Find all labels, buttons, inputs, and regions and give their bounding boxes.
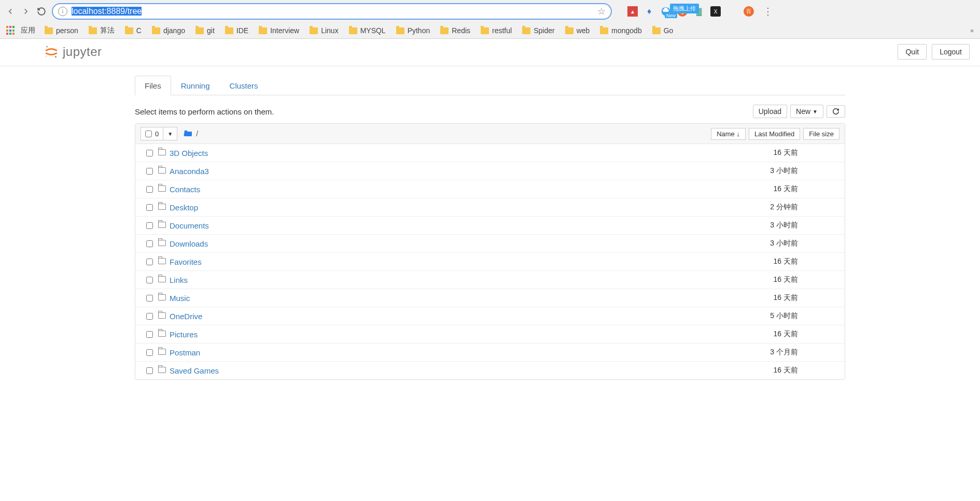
bookmark-folder[interactable]: 算法	[89, 26, 115, 35]
bookmark-folder[interactable]: mongodb	[600, 26, 641, 35]
refresh-icon	[832, 108, 839, 115]
row-checkbox[interactable]	[146, 259, 153, 265]
file-row: Downloads3 小时前	[135, 235, 845, 253]
bookmarks-overflow[interactable]: »	[970, 27, 974, 34]
row-checkbox[interactable]	[146, 313, 153, 320]
bookmark-folder[interactable]: Redis	[440, 26, 470, 35]
extension-icon-baidu-cloud[interactable]: 拖拽上传 New	[661, 6, 671, 17]
selected-count: 0	[155, 130, 159, 138]
reload-button[interactable]	[36, 6, 47, 17]
new-button[interactable]: New▼	[790, 105, 823, 118]
folder-link[interactable]: Anaconda3	[170, 167, 209, 176]
folder-icon	[152, 27, 160, 34]
quit-button[interactable]: Quit	[898, 44, 927, 60]
extension-icon-5[interactable]: X	[710, 6, 721, 17]
row-checkbox[interactable]	[146, 186, 153, 193]
bookmark-folder[interactable]: person	[45, 26, 78, 35]
folder-icon	[158, 330, 170, 338]
bookmark-folder[interactable]: web	[565, 26, 590, 35]
sort-modified-button[interactable]: Last Modified	[749, 128, 800, 140]
bookmark-label: django	[163, 26, 185, 35]
folder-link[interactable]: Links	[170, 276, 188, 284]
row-modified: 3 小时前	[705, 239, 798, 248]
row-checkbox[interactable]	[146, 331, 153, 338]
folder-link[interactable]: Saved Games	[170, 366, 219, 375]
sort-size-button[interactable]: File size	[803, 128, 839, 140]
bookmark-folder[interactable]: restful	[481, 26, 512, 35]
folder-link[interactable]: Favorites	[170, 257, 202, 266]
folder-link[interactable]: 3D Objects	[170, 149, 208, 158]
tab-running[interactable]: Running	[171, 76, 220, 95]
bookmark-folder[interactable]: django	[152, 26, 185, 35]
browser-menu-button[interactable]: ⋮	[763, 6, 773, 17]
row-checkbox[interactable]	[146, 367, 153, 374]
row-checkbox[interactable]	[146, 295, 153, 302]
row-checkbox[interactable]	[146, 240, 153, 247]
bookmark-folder[interactable]: IDE	[225, 26, 248, 35]
tabs: Files Running Clusters	[135, 76, 845, 95]
tab-clusters[interactable]: Clusters	[220, 76, 268, 95]
forward-button[interactable]	[21, 6, 31, 17]
row-checkbox[interactable]	[146, 277, 153, 283]
bookmark-folder[interactable]: Python	[396, 26, 430, 35]
breadcrumb-root[interactable]: /	[196, 130, 198, 138]
folder-icon	[158, 276, 170, 284]
bookmark-star-icon[interactable]: ☆	[597, 6, 606, 17]
folder-link[interactable]: Downloads	[170, 239, 208, 248]
arrow-down-icon: ↓	[736, 130, 740, 138]
folder-link[interactable]: Pictures	[170, 330, 198, 339]
site-info-icon[interactable]: i	[58, 7, 67, 16]
file-list-header: 0 ▼ / Name ↓ Last Modified File size	[135, 124, 845, 144]
folder-link[interactable]: Postman	[170, 348, 200, 357]
row-checkbox[interactable]	[146, 222, 153, 229]
tab-files[interactable]: Files	[135, 76, 171, 95]
upload-button[interactable]: Upload	[753, 105, 787, 118]
extension-icon-1[interactable]: ▲	[627, 6, 638, 17]
address-bar[interactable]: i localhost:8889/tree ☆	[52, 3, 612, 20]
file-row: 3D Objects16 天前	[135, 144, 845, 162]
bookmark-label: Spider	[534, 26, 554, 35]
extension-icon-6[interactable]	[727, 6, 737, 17]
folder-icon	[652, 27, 661, 34]
folder-link[interactable]: Contacts	[170, 185, 200, 194]
bookmark-folder[interactable]: Go	[652, 26, 674, 35]
bookmark-folder[interactable]: Linux	[310, 26, 338, 35]
bookmark-folder[interactable]: Interview	[259, 26, 299, 35]
file-row: Pictures16 天前	[135, 325, 845, 343]
refresh-button[interactable]	[827, 105, 845, 118]
row-name: 3D Objects	[170, 149, 705, 158]
apps-button[interactable]: 应用	[6, 26, 35, 35]
toolbar-row: Select items to perform actions on them.…	[135, 105, 845, 118]
back-button[interactable]	[5, 6, 16, 17]
logout-button[interactable]: Logout	[932, 44, 970, 60]
bookmark-folder[interactable]: C	[125, 26, 142, 35]
bookmark-label: person	[56, 26, 78, 35]
extension-icon-baidu[interactable]: 百	[744, 6, 754, 17]
select-all-button[interactable]: 0	[141, 127, 163, 140]
folder-link[interactable]: Music	[170, 294, 190, 303]
row-checkbox[interactable]	[146, 168, 153, 175]
extension-icon-2[interactable]: ♦	[644, 6, 654, 17]
folder-link[interactable]: Documents	[170, 221, 209, 230]
folder-link[interactable]: OneDrive	[170, 312, 202, 321]
row-checkbox-wrap	[141, 222, 158, 229]
bookmarks-bar: 应用 person算法CdjangogitIDEInterviewLinuxMY…	[0, 23, 980, 38]
bookmark-folder[interactable]: Spider	[522, 26, 554, 35]
select-dropdown-button[interactable]: ▼	[163, 127, 177, 140]
row-checkbox[interactable]	[146, 204, 153, 211]
row-checkbox[interactable]	[146, 349, 153, 356]
row-modified: 5 小时前	[705, 311, 798, 321]
bookmark-label: restful	[492, 26, 512, 35]
folder-icon	[45, 27, 53, 34]
row-checkbox[interactable]	[146, 150, 153, 156]
jupyter-logo-text: jupyter	[63, 45, 102, 59]
jupyter-logo[interactable]: jupyter	[44, 45, 102, 59]
bookmark-folder[interactable]: MYSQL	[349, 26, 386, 35]
jupyter-logo-icon	[44, 45, 59, 59]
breadcrumb-folder-icon[interactable]	[184, 129, 193, 138]
bookmark-folder[interactable]: git	[195, 26, 215, 35]
sort-name-button[interactable]: Name ↓	[711, 128, 746, 140]
file-row: Anaconda33 小时前	[135, 162, 845, 180]
folder-link[interactable]: Desktop	[170, 203, 198, 212]
select-all-checkbox[interactable]	[145, 131, 152, 137]
